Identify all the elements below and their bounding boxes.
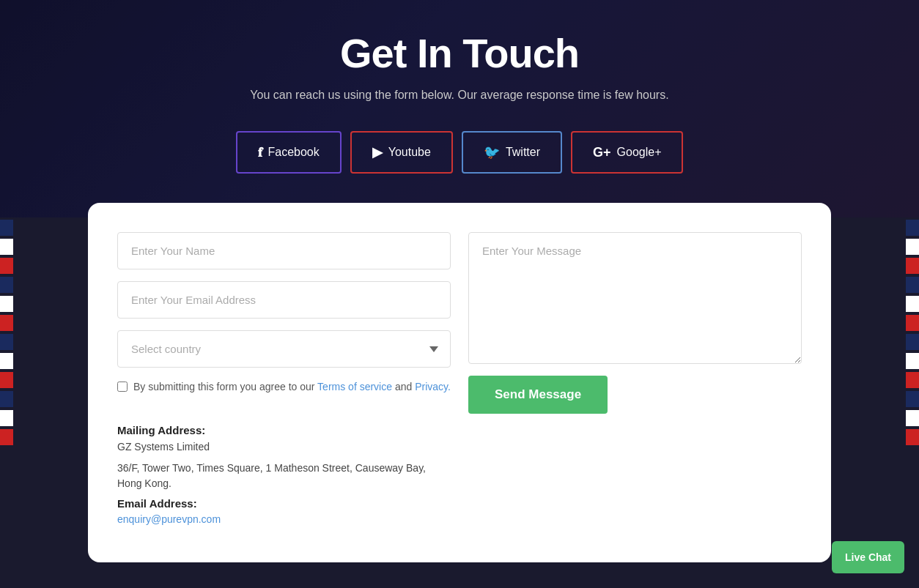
privacy-link[interactable]: Privacy. bbox=[415, 381, 451, 392]
left-decoration bbox=[0, 220, 13, 445]
right-stripe-12 bbox=[906, 429, 919, 445]
left-stripe-3 bbox=[0, 258, 13, 274]
right-stripe-1 bbox=[906, 220, 919, 236]
hero-content: Get In Touch You can reach us using the … bbox=[15, 29, 904, 174]
right-stripe-5 bbox=[906, 296, 919, 312]
company-name: GZ Systems Limited bbox=[117, 439, 451, 455]
terms-text: By submitting this form you agree to our… bbox=[133, 379, 451, 395]
form-left-column: Select country United States United King… bbox=[117, 232, 451, 526]
form-card: Select country United States United King… bbox=[88, 203, 831, 562]
email-input[interactable] bbox=[117, 281, 451, 319]
left-stripe-8 bbox=[0, 353, 13, 369]
email-address-link[interactable]: enquiry@purevpn.com bbox=[117, 513, 221, 525]
mailing-address: 36/F, Tower Two, Times Square, 1 Matheso… bbox=[117, 461, 451, 491]
youtube-button[interactable]: ▶ Youtube bbox=[350, 131, 453, 174]
right-stripe-11 bbox=[906, 410, 919, 426]
form-layout: Select country United States United King… bbox=[117, 232, 802, 526]
mailing-info: Mailing Address: GZ Systems Limited 36/F… bbox=[117, 424, 451, 526]
terms-row: By submitting this form you agree to our… bbox=[117, 379, 451, 395]
left-stripe-2 bbox=[0, 239, 13, 255]
twitter-button[interactable]: 🐦 Twitter bbox=[462, 131, 562, 174]
mailing-address-title: Mailing Address: bbox=[117, 424, 451, 436]
youtube-icon: ▶ bbox=[372, 144, 383, 160]
form-right-column: Send Message bbox=[468, 232, 802, 414]
left-stripe-4 bbox=[0, 277, 13, 293]
social-buttons: 𝐟 Facebook ▶ Youtube 🐦 Twitter G+ Google… bbox=[15, 131, 904, 174]
twitter-icon: 🐦 bbox=[484, 144, 500, 160]
right-stripe-3 bbox=[906, 258, 919, 274]
message-textarea[interactable] bbox=[468, 232, 802, 364]
terms-checkbox[interactable] bbox=[117, 382, 128, 392]
googleplus-button[interactable]: G+ Google+ bbox=[571, 131, 683, 174]
facebook-icon: 𝐟 bbox=[258, 145, 262, 160]
right-stripe-2 bbox=[906, 239, 919, 255]
page-subtitle: You can reach us using the form below. O… bbox=[15, 89, 904, 102]
left-stripe-5 bbox=[0, 296, 13, 312]
twitter-label: Twitter bbox=[506, 146, 540, 159]
facebook-button[interactable]: 𝐟 Facebook bbox=[236, 131, 342, 174]
right-stripe-10 bbox=[906, 391, 919, 407]
left-stripe-6 bbox=[0, 315, 13, 331]
terms-of-service-link[interactable]: Terms of service bbox=[317, 381, 392, 392]
left-stripe-10 bbox=[0, 391, 13, 407]
right-stripe-6 bbox=[906, 315, 919, 331]
country-select[interactable]: Select country United States United King… bbox=[117, 330, 451, 368]
email-address-title: Email Address: bbox=[117, 497, 451, 510]
googleplus-icon: G+ bbox=[593, 145, 611, 160]
facebook-label: Facebook bbox=[268, 146, 320, 159]
left-stripe-1 bbox=[0, 220, 13, 236]
right-stripe-7 bbox=[906, 334, 919, 350]
name-input[interactable] bbox=[117, 232, 451, 269]
left-stripe-7 bbox=[0, 334, 13, 350]
hero-section: Get In Touch You can reach us using the … bbox=[0, 0, 919, 217]
googleplus-label: Google+ bbox=[617, 146, 662, 159]
youtube-label: Youtube bbox=[388, 146, 431, 159]
left-stripe-9 bbox=[0, 372, 13, 388]
left-stripe-12 bbox=[0, 429, 13, 445]
right-decoration bbox=[906, 220, 919, 445]
live-chat-button[interactable]: Live Chat bbox=[832, 541, 904, 573]
right-stripe-4 bbox=[906, 277, 919, 293]
right-stripe-8 bbox=[906, 353, 919, 369]
left-stripe-11 bbox=[0, 410, 13, 426]
page-title: Get In Touch bbox=[15, 29, 904, 77]
send-message-button[interactable]: Send Message bbox=[468, 376, 608, 414]
right-stripe-9 bbox=[906, 372, 919, 388]
